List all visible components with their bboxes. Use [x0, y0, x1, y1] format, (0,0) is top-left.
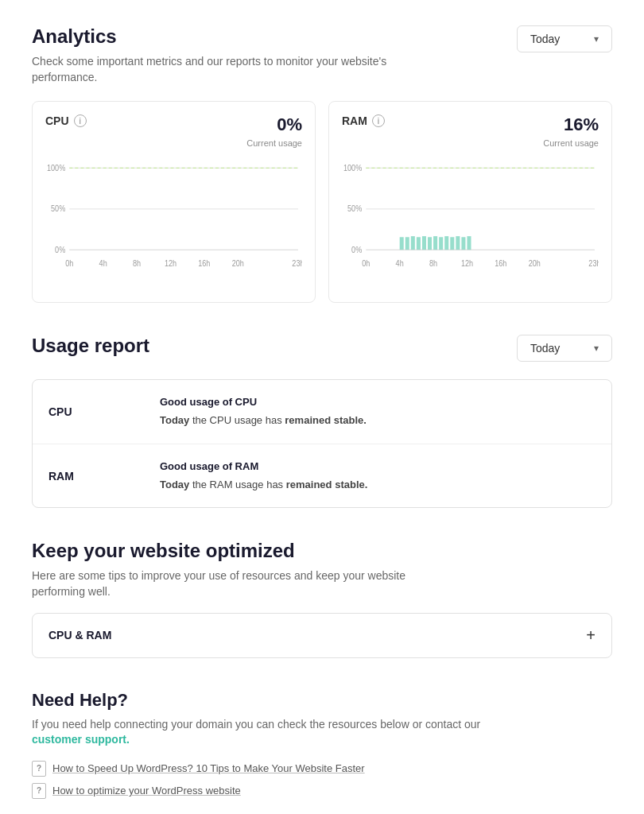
svg-rect-29 [400, 237, 404, 250]
usage-row-ram: RAM Good usage of RAM Today the RAM usag… [33, 444, 611, 508]
ram-chart-svg: 100% 50% 0% 0h 4h 8h 12h 16h 20h 23h [342, 159, 599, 286]
usage-ram-label: RAM [48, 470, 160, 483]
ram-info-icon[interactable]: i [372, 114, 385, 127]
ram-usage: 16% Current usage [543, 114, 599, 149]
svg-text:0%: 0% [351, 245, 362, 254]
usage-report-dropdown[interactable]: Today ▾ [517, 335, 612, 362]
usage-ram-detail-prefix: Today [160, 479, 189, 490]
svg-text:20h: 20h [529, 259, 541, 269]
analytics-header-text: Analytics Check some important metrics a… [32, 25, 413, 85]
svg-text:50%: 50% [51, 204, 66, 214]
usage-row-cpu: CPU Good usage of CPU Today the CPU usag… [33, 380, 611, 444]
help-link-1[interactable]: How to Speed Up WordPress? 10 Tips to Ma… [52, 762, 365, 774]
usage-table: CPU Good usage of CPU Today the CPU usag… [32, 379, 612, 508]
ram-value: 16% [543, 114, 599, 135]
analytics-dropdown-label: Today [530, 33, 560, 45]
help-section: Need Help? If you need help connecting y… [32, 690, 612, 799]
cpu-label: CPU i [45, 114, 87, 127]
usage-ram-detail-bold: remained stable. [286, 479, 368, 490]
svg-rect-35 [433, 236, 437, 250]
svg-text:20h: 20h [232, 259, 244, 269]
cpu-ram-accordion[interactable]: CPU & RAM + [32, 613, 612, 658]
usage-cpu-detail-bold: remained stable. [285, 414, 367, 426]
svg-text:0h: 0h [362, 259, 370, 269]
usage-report-title: Usage report [32, 335, 149, 357]
svg-rect-41 [467, 236, 471, 250]
charts-grid: CPU i 0% Current usage 100% 50% 0% [32, 101, 612, 303]
usage-ram-title: Good usage of RAM [160, 459, 596, 475]
cpu-usage-label: Current usage [246, 138, 302, 148]
svg-rect-39 [456, 236, 460, 250]
doc-icon-2 [32, 783, 46, 799]
svg-rect-30 [405, 237, 409, 250]
svg-text:100%: 100% [47, 164, 66, 173]
usage-report-header: Usage report Today ▾ [32, 335, 612, 363]
optimize-title: Keep your website optimized [32, 540, 612, 562]
help-description: If you need help connecting your domain … [32, 717, 509, 748]
svg-text:4h: 4h [396, 259, 404, 269]
plus-icon: + [586, 626, 596, 645]
cpu-usage: 0% Current usage [246, 114, 302, 149]
help-link-item-1: How to Speed Up WordPress? 10 Tips to Ma… [32, 761, 612, 777]
svg-rect-38 [450, 237, 454, 250]
cpu-value: 0% [246, 114, 302, 135]
svg-rect-34 [428, 237, 432, 250]
help-links-list: How to Speed Up WordPress? 10 Tips to Ma… [32, 761, 612, 799]
ram-usage-label: Current usage [543, 138, 599, 148]
help-description-prefix: If you need help connecting your domain … [32, 718, 480, 731]
svg-text:16h: 16h [495, 259, 506, 269]
svg-rect-33 [422, 236, 426, 250]
cpu-chart-svg: 100% 50% 0% 0h 4h 8h 12h 16h 20h 23h [45, 159, 302, 286]
usage-cpu-detail: Today the CPU usage has remained stable. [160, 414, 367, 426]
svg-text:4h: 4h [99, 259, 107, 269]
chevron-down-icon: ▾ [594, 343, 599, 354]
svg-text:12h: 12h [461, 259, 473, 269]
accordion-label: CPU & RAM [48, 629, 111, 642]
svg-text:16h: 16h [198, 259, 210, 269]
usage-cpu-title: Good usage of CPU [160, 394, 596, 411]
analytics-header: Analytics Check some important metrics a… [32, 25, 612, 85]
svg-rect-32 [417, 237, 421, 250]
ram-chart-card: RAM i 16% Current usage 100% 50% 0% [328, 101, 612, 303]
svg-text:23h: 23h [292, 259, 302, 269]
optimize-description: Here are some tips to improve your use o… [32, 568, 413, 599]
help-link-2[interactable]: How to optimize your WordPress website [52, 785, 241, 797]
analytics-description: Check some important metrics and our rep… [32, 54, 413, 85]
usage-report-section: Usage report Today ▾ CPU Good usage of C… [32, 335, 612, 508]
svg-text:50%: 50% [347, 204, 363, 214]
customer-support-link[interactable]: customer support. [32, 733, 130, 746]
analytics-title: Analytics [32, 25, 413, 48]
cpu-chart-card: CPU i 0% Current usage 100% 50% 0% [32, 101, 316, 303]
svg-text:12h: 12h [165, 259, 177, 269]
help-title: Need Help? [32, 690, 612, 711]
ram-chart-header: RAM i 16% Current usage [342, 114, 599, 149]
usage-ram-content: Good usage of RAM Today the RAM usage ha… [160, 459, 596, 494]
svg-text:8h: 8h [133, 259, 141, 269]
svg-text:0%: 0% [55, 245, 65, 254]
optimize-section: Keep your website optimized Here are som… [32, 540, 612, 657]
usage-report-dropdown-label: Today [530, 342, 560, 355]
ram-label: RAM i [342, 114, 385, 127]
analytics-section: Analytics Check some important metrics a… [32, 25, 612, 303]
svg-text:100%: 100% [343, 164, 363, 173]
usage-cpu-detail-prefix: Today [160, 414, 189, 426]
usage-cpu-content: Good usage of CPU Today the CPU usage ha… [160, 394, 596, 429]
usage-cpu-label: CPU [48, 405, 160, 418]
svg-text:8h: 8h [429, 259, 437, 269]
cpu-chart-header: CPU i 0% Current usage [45, 114, 302, 149]
svg-rect-40 [461, 237, 465, 250]
help-link-item-2: How to optimize your WordPress website [32, 783, 612, 799]
analytics-dropdown[interactable]: Today ▾ [517, 25, 612, 52]
cpu-info-icon[interactable]: i [74, 114, 87, 127]
usage-ram-detail: Today the RAM usage has remained stable. [160, 479, 367, 490]
svg-rect-37 [444, 236, 448, 250]
svg-text:23h: 23h [588, 259, 599, 269]
svg-rect-36 [439, 237, 443, 250]
doc-icon-1 [32, 761, 46, 777]
svg-text:0h: 0h [65, 259, 73, 269]
svg-rect-31 [411, 236, 415, 250]
chevron-down-icon: ▾ [594, 33, 599, 45]
